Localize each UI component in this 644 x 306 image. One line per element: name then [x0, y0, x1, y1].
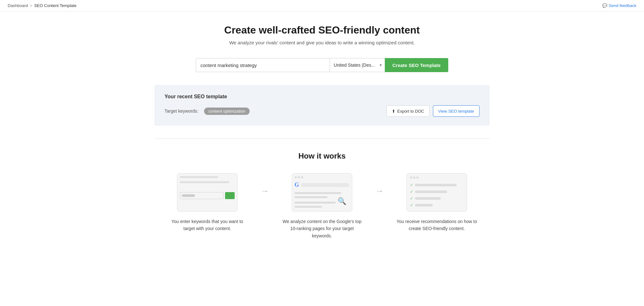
- recent-template-box: Your recent SEO template Target keywords…: [154, 85, 490, 126]
- export-to-doc-button[interactable]: ⬆ Export to DOC: [386, 105, 430, 117]
- step-1: You enter keywords that you want to targ…: [159, 173, 255, 232]
- check-icon-3: ✓: [410, 196, 413, 201]
- check-icon-1: ✓: [410, 183, 413, 187]
- breadcrumb-current: SEO Content Template: [34, 3, 77, 8]
- breadcrumb: Dashboard > SEO Content Template: [8, 3, 77, 8]
- arrow-1: →: [255, 173, 274, 196]
- step-2-desc: We analyze content on the Google's top 1…: [281, 218, 363, 239]
- step-3-desc: You receive recommendations on how to cr…: [395, 218, 478, 232]
- main-content: Create well-crafted SEO-friendly content…: [147, 11, 497, 252]
- keywords-left: Target keywords: content optimization: [165, 108, 250, 115]
- template-actions: ⬆ Export to DOC View SEO template: [386, 105, 479, 117]
- step-3: ✓ ✓ ✓ ✓: [389, 173, 485, 232]
- check-icon-2: ✓: [410, 190, 413, 194]
- top-nav: Dashboard > SEO Content Template 💬 Send …: [0, 0, 644, 11]
- hero-section: Create well-crafted SEO-friendly content…: [154, 24, 490, 45]
- arrow-2: →: [370, 173, 389, 196]
- step-1-image: [177, 173, 238, 212]
- magnifier-icon: 🔍: [338, 197, 346, 205]
- keyword-input[interactable]: [196, 58, 330, 72]
- step-3-illustration: ✓ ✓ ✓ ✓: [407, 174, 467, 211]
- step-2: G 🔍 We analyze content on the Google's t…: [274, 173, 370, 239]
- checklist-item-1: ✓: [410, 183, 464, 187]
- breadcrumb-separator: >: [30, 3, 33, 8]
- checklist-item-4: ✓: [410, 203, 464, 207]
- location-select[interactable]: United States (Des... United Kingdom Can…: [330, 58, 385, 72]
- create-seo-template-button[interactable]: Create SEO Template: [385, 58, 448, 72]
- checklist-item-3: ✓: [410, 196, 464, 201]
- location-select-wrapper: United States (Des... United Kingdom Can…: [330, 58, 385, 72]
- target-keywords-label: Target keywords:: [165, 108, 198, 114]
- send-feedback-label: Send feedback: [609, 3, 636, 8]
- step-2-image: G 🔍: [292, 173, 352, 212]
- step-2-illustration: G: [292, 174, 352, 211]
- how-it-works-section: How it works You: [154, 152, 490, 239]
- hero-title: Create well-crafted SEO-friendly content: [154, 24, 490, 36]
- step-1-illustration: [177, 174, 237, 211]
- send-feedback-link[interactable]: 💬 Send feedback: [602, 3, 636, 8]
- hero-subtitle: We analyze your rivals' content and give…: [154, 40, 490, 45]
- export-icon: ⬆: [392, 109, 395, 114]
- chat-icon: 💬: [602, 3, 607, 8]
- checklist-item-2: ✓: [410, 190, 464, 194]
- step-1-desc: You enter keywords that you want to targ…: [166, 218, 249, 232]
- google-g-icon: G: [295, 182, 299, 188]
- check-icon-4: ✓: [410, 203, 413, 207]
- search-bar: United States (Des... United Kingdom Can…: [154, 58, 490, 72]
- step-3-image: ✓ ✓ ✓ ✓: [406, 173, 467, 212]
- recent-template-title: Your recent SEO template: [165, 94, 479, 100]
- export-button-label: Export to DOC: [397, 109, 424, 114]
- steps-row: You enter keywords that you want to targ…: [154, 173, 490, 239]
- keyword-badge: content optimization: [204, 108, 250, 115]
- view-seo-template-button[interactable]: View SEO template: [433, 105, 479, 117]
- how-it-works-title: How it works: [154, 152, 490, 160]
- divider: [154, 138, 490, 139]
- breadcrumb-home[interactable]: Dashboard: [8, 3, 28, 8]
- recent-template-row: Target keywords: content optimization ⬆ …: [165, 105, 479, 117]
